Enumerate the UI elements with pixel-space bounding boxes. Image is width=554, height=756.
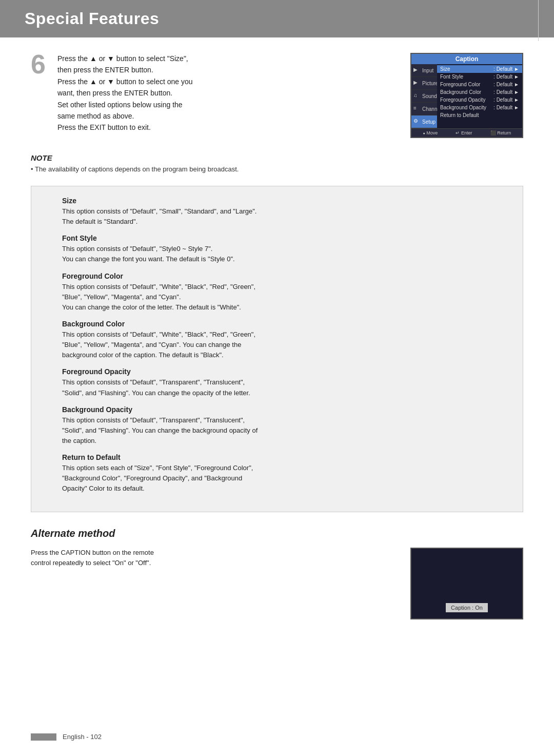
sidebar-item-setup: ⚙ Setup — [411, 115, 437, 128]
note-title: NOTE — [31, 153, 523, 162]
sidebar-item-input: ▶ Input — [411, 64, 437, 77]
step-left: 6 Press the ▲ or ▼ button to select "Siz… — [31, 53, 395, 133]
channel-icon: ≡ — [413, 105, 421, 112]
step-number: 6 — [31, 51, 51, 133]
option-fgopacity: Foreground Opacity This option consists … — [62, 367, 507, 398]
menu-row-size-value: : Default ► — [493, 66, 519, 72]
menu-row-size: Size : Default ► — [437, 65, 522, 73]
option-size-desc: This option consists of "Default", "Smal… — [62, 206, 507, 227]
main-content: 6 Press the ▲ or ▼ button to select "Siz… — [0, 53, 554, 619]
option-fgcolor: Foreground Color This option consists of… — [62, 272, 507, 313]
option-returndefault: Return to Default This option sets each … — [62, 453, 507, 494]
page-header: Special Features — [0, 0, 554, 37]
menu-row-fontstyle: Font Style : Default ► — [437, 73, 522, 81]
option-bgopacity: Background Opacity This option consists … — [62, 405, 507, 446]
bottom-move: ⬥ Move — [423, 130, 438, 135]
note-section: NOTE • The availability of captions depe… — [31, 153, 523, 173]
option-bgcolor: Background Color This option consists of… — [62, 320, 507, 360]
menu-row-bgopacity: Background Opacity : Default ► — [437, 104, 522, 111]
alternate-section: Alternate method Press the CAPTION butto… — [31, 528, 523, 619]
menu-row-bgcolor-label: Background Color — [440, 89, 481, 95]
option-fgopacity-title: Foreground Opacity — [62, 367, 507, 376]
menu-row-return: Return to Default — [437, 111, 522, 119]
menu-row-fgcolor-value: : Default ► — [493, 82, 519, 87]
sidebar-label-sound: Sound — [422, 93, 437, 99]
bottom-return: ⬛ Return — [490, 130, 511, 135]
tv-menu-title: Caption — [411, 54, 522, 64]
page-title: Special Features — [25, 9, 529, 28]
option-fontstyle-title: Font Style — [62, 234, 507, 242]
tv-menu: Caption ▶ Input ▶ Picture ♫ Sound — [410, 53, 523, 138]
option-size: Size This option consists of "Default", … — [62, 197, 507, 227]
caption-on-label: Caption : On — [446, 603, 488, 612]
alternate-title: Alternate method — [31, 528, 523, 539]
setup-icon: ⚙ — [413, 118, 421, 125]
option-returndefault-title: Return to Default — [62, 453, 507, 461]
option-returndefault-desc: This option sets each of "Size", "Font S… — [62, 463, 507, 494]
bottom-enter: ↵ Enter — [456, 130, 472, 135]
tv-menu-main: Size : Default ► Font Style : Default ► … — [437, 64, 522, 128]
alternate-screen: Caption : On — [410, 548, 523, 619]
tv-menu-sidebar: ▶ Input ▶ Picture ♫ Sound ≡ Channel — [411, 64, 437, 128]
alternate-body: Press the CAPTION button on the remote c… — [31, 548, 523, 619]
menu-row-fgopacity-value: : Default ► — [493, 97, 519, 103]
footer-text: English - 102 — [63, 733, 102, 741]
picture-icon: ▶ — [413, 80, 421, 87]
option-bgcolor-title: Background Color — [62, 320, 507, 328]
menu-row-size-label: Size — [440, 66, 450, 72]
menu-row-fgopacity-label: Foreground Opacity — [440, 97, 485, 103]
menu-row-bgcolor-value: : Default ► — [493, 89, 519, 95]
note-text: • The availability of captions depends o… — [31, 165, 523, 173]
options-box: Size This option consists of "Default", … — [31, 186, 523, 512]
menu-row-fontstyle-label: Font Style — [440, 74, 463, 80]
note-bullet: The availability of captions depends on … — [35, 165, 239, 173]
footer-bar — [31, 733, 56, 741]
tv-menu-body: ▶ Input ▶ Picture ♫ Sound ≡ Channel — [411, 64, 522, 128]
sidebar-item-channel: ≡ Channel — [411, 103, 437, 115]
option-bgcolor-desc: This option consists of "Default", "Whit… — [62, 329, 507, 360]
option-bgopacity-title: Background Opacity — [62, 405, 507, 414]
menu-row-bgopacity-label: Background Opacity — [440, 105, 486, 110]
menu-row-fgopacity: Foreground Opacity : Default ► — [437, 96, 522, 104]
option-fontstyle: Font Style This option consists of "Defa… — [62, 234, 507, 264]
sidebar-label-input: Input — [422, 68, 433, 73]
alternate-text: Press the CAPTION button on the remote c… — [31, 548, 400, 569]
menu-row-fontstyle-value: : Default ► — [493, 74, 519, 80]
tv-menu-bottom: ⬥ Move ↵ Enter ⬛ Return — [411, 128, 522, 137]
sidebar-label-picture: Picture — [422, 81, 438, 86]
input-icon: ▶ — [413, 67, 421, 74]
sidebar-label-setup: Setup — [422, 119, 436, 125]
option-fgcolor-desc: This option consists of "Default", "Whit… — [62, 282, 507, 313]
menu-row-bgopacity-value: : Default ► — [493, 105, 519, 110]
sidebar-item-sound: ♫ Sound — [411, 90, 437, 103]
step-text: Press the ▲ or ▼ button to select "Size"… — [57, 53, 193, 133]
option-size-title: Size — [62, 197, 507, 205]
sound-icon: ♫ — [413, 92, 421, 100]
page-right-rule — [538, 0, 539, 41]
option-bgopacity-desc: This option consists of "Default", "Tran… — [62, 415, 507, 446]
step-section: 6 Press the ▲ or ▼ button to select "Siz… — [31, 53, 523, 138]
menu-row-return-label: Return to Default — [440, 112, 479, 118]
page-footer: English - 102 — [31, 733, 102, 741]
menu-row-fgcolor-label: Foreground Color — [440, 82, 480, 87]
sidebar-item-picture: ▶ Picture — [411, 77, 437, 90]
menu-row-fgcolor: Foreground Color : Default ► — [437, 81, 522, 88]
option-fontstyle-desc: This option consists of "Default", "Styl… — [62, 244, 507, 264]
option-fgopacity-desc: This option consists of "Default", "Tran… — [62, 377, 507, 398]
menu-row-bgcolor: Background Color : Default ► — [437, 88, 522, 96]
option-fgcolor-title: Foreground Color — [62, 272, 507, 280]
